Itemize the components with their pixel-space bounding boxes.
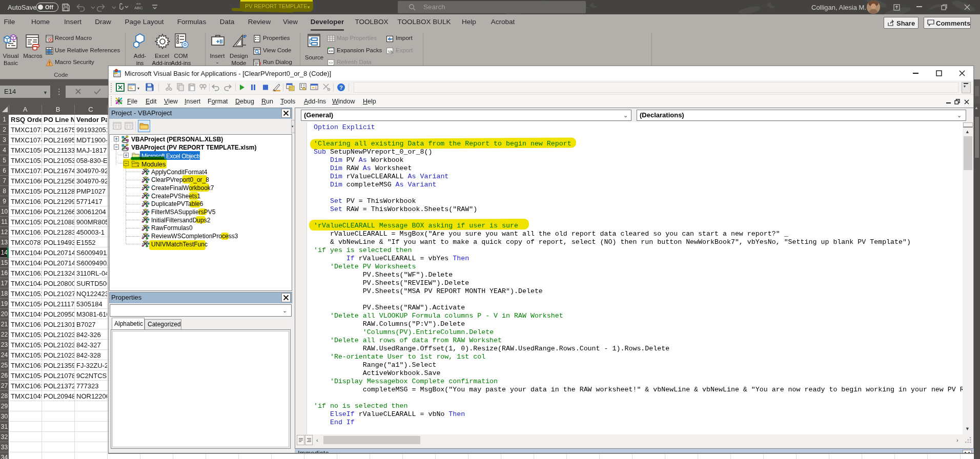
svg-text:<>: <> <box>329 49 333 53</box>
svg-text:<>: <> <box>329 61 333 65</box>
svg-text:?: ? <box>339 85 343 91</box>
